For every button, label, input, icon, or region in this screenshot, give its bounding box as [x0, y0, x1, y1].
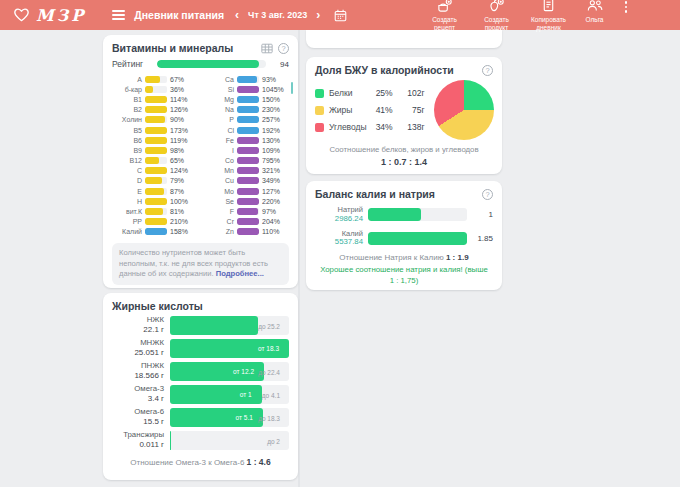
- fatty-acid-bar-fill: от 5.1: [170, 408, 263, 427]
- create-recipe-icon: [437, 0, 452, 16]
- nutrient-row: Fe 130%: [204, 135, 289, 145]
- legend-grams: 75г: [393, 105, 425, 115]
- nutrient-row: Cu 349%: [204, 176, 289, 186]
- nutrient-bar-track: [237, 228, 259, 235]
- nutrient-bar-track: [237, 106, 259, 113]
- nutrients-note: Количество нутриентов может быть неполны…: [112, 243, 289, 285]
- nutrient-percent: 36%: [170, 86, 197, 93]
- nutrient-bar-track: [145, 167, 167, 174]
- nutrient-bar-fill: [145, 177, 162, 184]
- help-icon[interactable]: ?: [482, 189, 493, 200]
- more-options-icon[interactable]: [622, 0, 631, 16]
- menu-icon[interactable]: [110, 8, 127, 22]
- norm-from-label: от 1: [240, 391, 262, 398]
- nutrient-bar-track: [145, 86, 167, 93]
- panel-scrollbar-thumb[interactable]: [291, 82, 293, 94]
- help-icon[interactable]: ?: [278, 43, 289, 54]
- next-day-button[interactable]: ›: [314, 9, 322, 21]
- nutrient-bar-fill: [237, 96, 259, 103]
- fatty-acid-name: Омега-3: [112, 385, 164, 394]
- nutrient-percent: 93%: [262, 76, 289, 83]
- norm-to-label: до 4.1: [262, 391, 280, 398]
- nutrient-bar-track: [237, 147, 259, 154]
- nutrient-bar-track: [237, 127, 259, 134]
- bju-share-panel: Доля БЖУ в калорийности ? Белки 25% 102г…: [306, 57, 502, 174]
- nutrient-bar-track: [145, 208, 167, 215]
- nutrient-percent: 110%: [262, 228, 289, 235]
- nutrient-row: I 109%: [204, 145, 289, 155]
- balance-ratio-value: 1.85: [467, 234, 493, 243]
- nutrient-percent: 87%: [170, 188, 197, 195]
- nutrient-percent: 192%: [262, 127, 289, 134]
- table-view-icon[interactable]: [261, 43, 273, 54]
- column-scrollbar-track[interactable]: [298, 30, 300, 487]
- nutrient-label: D: [112, 177, 142, 184]
- nutrient-label: Se: [204, 198, 234, 205]
- nutrient-label: B12: [112, 157, 142, 164]
- omega-ratio-label: Отношение Омега-3 к Омега-6: [130, 458, 244, 467]
- bju-panel-title: Доля БЖУ в калорийности: [315, 64, 454, 76]
- nutrient-percent: 90%: [170, 116, 197, 123]
- user-menu-button[interactable]: Ольга: [578, 0, 612, 24]
- prev-day-button[interactable]: ‹: [233, 9, 241, 21]
- create-product-label-2: продукт: [485, 24, 509, 32]
- nutrient-label: Ca: [204, 76, 234, 83]
- balance-row: Калий 5537.84 1.85: [315, 230, 493, 248]
- balance-row: Натрий 2986.24 1: [315, 206, 493, 224]
- nutrient-percent: 150%: [262, 96, 289, 103]
- current-date[interactable]: Чт 3 авг. 2023: [248, 10, 307, 20]
- balance-bar-fill: [368, 232, 467, 245]
- nutrient-bar-track: [237, 208, 259, 215]
- nutrient-label: Cu: [204, 177, 234, 184]
- nutrient-label: P: [204, 116, 234, 123]
- nutrient-row: H 100%: [112, 196, 197, 206]
- bju-legend-row: Жиры 41% 75г: [315, 102, 425, 119]
- nutrient-percent: 81%: [170, 208, 197, 215]
- legend-name: Белки: [329, 88, 367, 98]
- calendar-icon[interactable]: [334, 9, 347, 22]
- nutrient-label: Mo: [204, 188, 234, 195]
- vitamins-minerals-panel: Витамины и минералы ? Рейтинг 94 A 67% б…: [103, 35, 298, 288]
- nutrient-percent: 257%: [262, 116, 289, 123]
- nutrient-percent: 230%: [262, 106, 289, 113]
- bju-footer: Соотношение белков, жиров и углеводов 1 …: [315, 145, 493, 169]
- create-recipe-button[interactable]: Создать рецепт: [422, 0, 468, 32]
- nutrient-row: Mg 150%: [204, 94, 289, 104]
- nutrient-bar-track: [237, 96, 259, 103]
- nutrient-label: Cr: [204, 218, 234, 225]
- create-product-label-1: Создать: [484, 16, 509, 24]
- legend-grams: 102г: [393, 88, 425, 98]
- fatty-acid-bar-track: от 1 до 4.1: [170, 385, 289, 404]
- legend-name: Жиры: [329, 105, 367, 115]
- fatty-acids-panel-title: Жирные кислоты: [112, 300, 203, 312]
- create-recipe-label-2: рецепт: [434, 24, 455, 32]
- nutrient-percent: 210%: [170, 218, 197, 225]
- vitamins-column: A 67% б-кар 36% B1 114% B2 126% Холин 90…: [112, 74, 197, 237]
- nutrient-row: E 87%: [112, 186, 197, 196]
- nutrient-row: B12 65%: [112, 156, 197, 166]
- app-logo[interactable]: МЗР: [14, 6, 86, 25]
- norm-to-label: до 2: [267, 437, 280, 444]
- nutrient-bar-fill: [145, 228, 167, 235]
- fatty-acid-row: Трансжиры 0.011 г до 2: [112, 431, 289, 450]
- balance-ratio-value: 1: [467, 210, 493, 219]
- nutrient-row: Ca 93%: [204, 74, 289, 84]
- fatty-acids-rows: НЖК 22.1 г до 25.2 МНЖК 25.051 г от 18.3…: [112, 316, 289, 450]
- help-icon[interactable]: ?: [482, 65, 493, 76]
- rating-row: Рейтинг 94: [112, 59, 289, 69]
- create-product-button[interactable]: Создать продукт: [474, 0, 520, 32]
- bju-legend: Белки 25% 102г Жиры 41% 75г Углеводы 34%…: [315, 85, 425, 136]
- read-more-link[interactable]: Подробнее...: [216, 269, 264, 278]
- legend-name: Углеводы: [329, 122, 367, 132]
- nutrient-bar-fill: [145, 76, 160, 83]
- norm-to-label: до 22.4: [258, 368, 280, 375]
- top-bar: МЗР Дневник питания ‹ Чт 3 авг. 2023 › С…: [0, 0, 680, 30]
- nutrient-row: PP 210%: [112, 217, 197, 227]
- nutrient-row: Na 230%: [204, 105, 289, 115]
- copy-diary-button[interactable]: Копировать дневник: [526, 0, 572, 32]
- nutrient-label: б-кар: [112, 86, 142, 93]
- nutrient-percent: 67%: [170, 76, 197, 83]
- nutrient-bar-track: [237, 177, 259, 184]
- nutrient-row: б-кар 36%: [112, 84, 197, 94]
- user-icon: [587, 0, 603, 16]
